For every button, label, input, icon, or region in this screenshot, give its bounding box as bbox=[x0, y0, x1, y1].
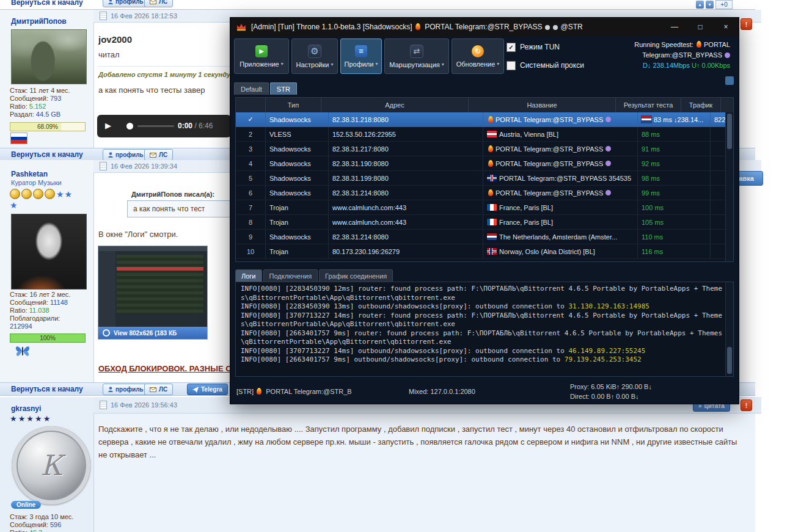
user-stat: Ratio: 46.3 bbox=[10, 529, 73, 532]
toolbar-button-update[interactable]: ↻Обновление▾ bbox=[452, 38, 504, 74]
server-row[interactable]: 10Trojan80.173.230.196:26279Norway, Oslo… bbox=[236, 244, 733, 259]
seek-track[interactable] bbox=[137, 125, 174, 127]
back-to-top-link[interactable]: Вернуться к началу bbox=[11, 150, 83, 159]
profile-button[interactable]: профиль bbox=[103, 384, 149, 395]
test-result: 98 ms bbox=[638, 171, 711, 186]
speedtest-server: PORTAL bbox=[704, 41, 730, 48]
author-name[interactable]: Pashketan bbox=[11, 170, 48, 178]
test-result: 88 ms bbox=[638, 127, 711, 142]
routing-icon: ⇄ bbox=[410, 45, 423, 58]
maximize-button[interactable]: □ bbox=[687, 18, 713, 36]
play-button[interactable]: ▶ bbox=[105, 121, 111, 130]
attached-image-thumbnail[interactable]: View 802x626 (183 КБ bbox=[98, 246, 208, 340]
flag-at-icon bbox=[487, 131, 497, 137]
title-bar[interactable]: [Admin] [Tun] Throne 1.1.0-beta.3 [Shado… bbox=[230, 18, 739, 36]
star-icon: ★ bbox=[43, 414, 52, 423]
server-row[interactable]: 8Trojanwww.calmlunch.com:443France, Pari… bbox=[236, 215, 733, 230]
scroll-button[interactable] bbox=[725, 76, 734, 85]
seek-handle[interactable] bbox=[126, 123, 133, 129]
pm-button[interactable]: ЛС bbox=[144, 384, 173, 395]
thumb-up-icon[interactable]: ▲ bbox=[696, 1, 704, 9]
log-line: INFO[0080] [2283450390 13ms] outbound/sh… bbox=[241, 302, 723, 312]
server-row[interactable]: ✓Shadowsocks82.38.31.218:8080PORTAL Tele… bbox=[236, 112, 733, 127]
throne-window: [Admin] [Tun] Throne 1.1.0-beta.3 [Shado… bbox=[230, 17, 739, 404]
flame-icon bbox=[488, 189, 493, 196]
magnifier-icon bbox=[103, 329, 110, 337]
person-icon bbox=[108, 152, 113, 158]
profile-button[interactable]: профиль bbox=[103, 149, 149, 161]
minimize-button[interactable]: — bbox=[662, 18, 687, 36]
column-header-traffic[interactable]: Трафик bbox=[681, 98, 721, 112]
progress-label: 68.09% bbox=[10, 123, 85, 131]
person-icon bbox=[108, 0, 113, 4]
group-tab-default[interactable]: Default bbox=[234, 82, 269, 95]
star-icon: ★ bbox=[35, 414, 43, 423]
server-row[interactable]: 9Shadowsocks82.38.31.214:8080The Netherl… bbox=[236, 230, 733, 244]
toolbar-button-routing[interactable]: ⇄Маршрутизация▾ bbox=[384, 38, 449, 74]
group-tab-str[interactable]: STR bbox=[270, 82, 297, 95]
telegram-button[interactable]: Telegra bbox=[187, 384, 228, 395]
column-header-name[interactable]: Название bbox=[469, 98, 616, 112]
flame-icon bbox=[697, 41, 701, 48]
scrollbar-thumb[interactable] bbox=[727, 347, 732, 374]
author-name[interactable]: ДмитрийПопов bbox=[11, 17, 67, 26]
speedtest-server2: Telegram:@STR_BYPASS bbox=[642, 51, 722, 59]
envelope-icon bbox=[150, 387, 156, 392]
post-rating: ▲ ▼ +0 bbox=[696, 0, 733, 9]
server-row[interactable]: 2VLESS152.53.50.126:22955Austria, Vienna… bbox=[236, 127, 733, 142]
server-row[interactable]: 4Shadowsocks82.38.31.190:8080PORTAL Tele… bbox=[236, 156, 733, 171]
test-result: 91 ms bbox=[638, 142, 711, 156]
column-header-result[interactable]: Результат теста bbox=[616, 98, 681, 112]
row-number: 10 bbox=[236, 244, 266, 259]
back-to-top-link[interactable]: Вернуться к началу bbox=[11, 385, 83, 393]
flag-ru-icon bbox=[11, 133, 27, 144]
window-title-suffix: @STR bbox=[560, 23, 582, 31]
server-address: 82.38.31.217:8080 bbox=[329, 142, 483, 156]
flame-icon bbox=[257, 388, 262, 395]
log-tab[interactable]: Подключения bbox=[263, 269, 318, 282]
column-header-select[interactable] bbox=[236, 98, 266, 112]
close-button[interactable]: × bbox=[713, 18, 739, 36]
pm-button[interactable]: ЛС bbox=[144, 149, 173, 161]
user-stats: Стаж: 16 лет 2 мес.Сообщений: 11148Ratio… bbox=[10, 291, 70, 330]
table-scrollbar[interactable] bbox=[725, 112, 733, 261]
author-name[interactable]: gkrasnyi bbox=[11, 404, 41, 413]
scrollbar-thumb[interactable] bbox=[727, 114, 732, 149]
post-author-panel: Pashketan Куратор Музыки ★★ ★ Стаж: 16 л… bbox=[0, 160, 94, 382]
awards-row2: ★ bbox=[10, 199, 18, 210]
image-caption[interactable]: View 802x626 (183 КБ bbox=[98, 327, 207, 339]
server-row[interactable]: 5Shadowsocks82.38.31.199:8080PORTAL Tele… bbox=[236, 171, 733, 186]
profile-button[interactable]: профиль bbox=[103, 0, 149, 7]
log-tabs: ЛогиПодключенияГрафик соединения bbox=[235, 269, 394, 282]
server-row[interactable]: 7Trojanwww.calmlunch.com:443France, Pari… bbox=[236, 200, 733, 215]
online-badge: Online bbox=[11, 501, 41, 509]
post-author-panel: gkrasnyi ★★★★★ К Online Стаж: 3 года 10 … bbox=[0, 397, 94, 532]
pm-button[interactable]: ЛС bbox=[144, 0, 173, 7]
column-header-type[interactable]: Тип bbox=[266, 98, 321, 112]
report-icon[interactable]: ! bbox=[741, 18, 752, 30]
purple-dot-icon bbox=[605, 161, 611, 166]
signature-link[interactable]: ОБХОД БЛОКИРОВОК. РАЗНЫЕ СП bbox=[98, 364, 237, 373]
user-stat: Поблагодарили: bbox=[10, 315, 70, 322]
server-row[interactable]: 3Shadowsocks82.38.31.217:8080PORTAL Tele… bbox=[236, 142, 733, 156]
row-number: 8 bbox=[236, 215, 266, 230]
server-name: The Netherlands, Amsterdam (Amster... bbox=[483, 230, 638, 244]
toolbar-button-settings[interactable]: ⚙Настройки▾ bbox=[291, 38, 338, 74]
user-stat: Стаж: 3 года 10 мес. bbox=[10, 513, 73, 521]
toolbar-button-app[interactable]: ▶Приложение▾ bbox=[234, 38, 289, 74]
flag-fr-icon bbox=[487, 219, 497, 225]
log-scrollbar[interactable] bbox=[725, 282, 733, 376]
checkbox-tun-mode[interactable]: ✓Режим TUN bbox=[507, 42, 584, 52]
checkbox-system-proxy[interactable]: Системный прокси bbox=[507, 60, 584, 70]
toolbar-button-profiles[interactable]: ≡Профили▾ bbox=[340, 38, 382, 74]
star-icon: ★ bbox=[10, 200, 18, 210]
log-line: INFO[0080] [2283450390 12ms] router: fou… bbox=[241, 285, 723, 302]
log-tab[interactable]: Логи bbox=[235, 269, 262, 282]
server-row[interactable]: 6Shadowsocks82.38.31.214:8080PORTAL Tele… bbox=[236, 186, 733, 200]
thumb-down-icon[interactable]: ▼ bbox=[706, 1, 714, 9]
time-current: 0:00 bbox=[178, 122, 192, 130]
log-tab[interactable]: График соединения bbox=[319, 269, 393, 282]
column-header-address[interactable]: Адрес bbox=[321, 98, 469, 112]
report-icon[interactable]: ! bbox=[741, 399, 752, 411]
back-to-top-link[interactable]: Вернуться к началу bbox=[11, 0, 83, 7]
